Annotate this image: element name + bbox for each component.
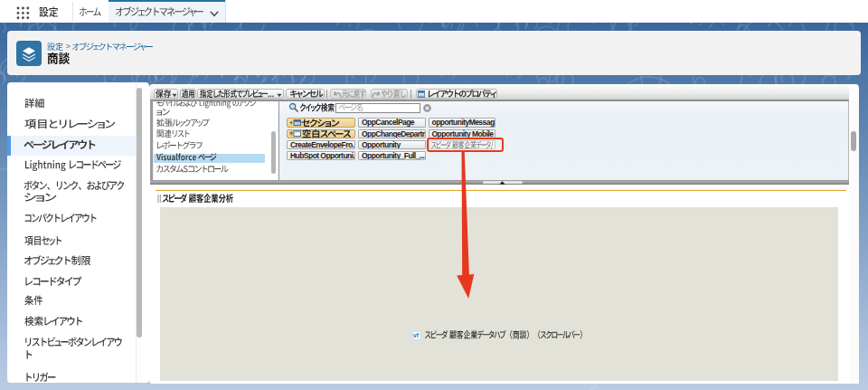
svg-text:vf: vf	[413, 332, 420, 338]
